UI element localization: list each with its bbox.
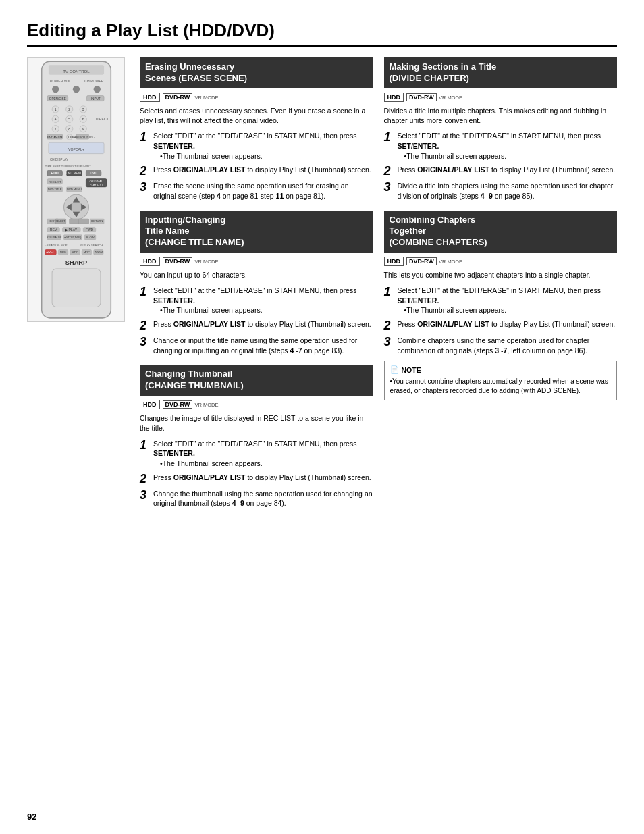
svg-point-6 [72, 86, 79, 93]
svg-text:VOPCAL+: VOPCAL+ [68, 147, 84, 151]
step-item: 1 Select "EDIT" at the "EDIT/ERASE" in S… [140, 131, 373, 161]
hdd-badge: HDD [140, 257, 160, 266]
svg-text:PLAY LIST: PLAY LIST [89, 183, 103, 186]
svg-text:6: 6 [82, 117, 84, 121]
vr-mode-badge: VR MODE [194, 95, 218, 101]
change-title-desc: You can input up to 64 characters. [140, 270, 373, 280]
erase-scene-steps: 1 Select "EDIT" at the "EDIT/ERASE" in S… [140, 131, 373, 201]
step-item: 2 Press ORIGINAL/PLAY LIST to display Pl… [140, 319, 373, 332]
step-item: 2 Press ORIGINAL/PLAY LIST to display Pl… [140, 473, 373, 485]
svg-text:ZOOM: ZOOM [94, 251, 103, 254]
svg-text:8: 8 [68, 127, 70, 131]
change-thumbnail-badges: HDD DVD-RW VR MODE [140, 400, 373, 409]
step-item: 3 Combine chapters using the same operat… [384, 336, 618, 355]
step-item: 3 Change or input the title name using t… [140, 336, 373, 355]
svg-text:7: 7 [54, 127, 56, 131]
svg-text:TIME SHIFT DUBBING T.RLP INPUT: TIME SHIFT DUBBING T.RLP INPUT [45, 165, 91, 168]
svg-text:SELECT: SELECT [55, 220, 65, 223]
svg-text:HDD: HDD [51, 171, 58, 175]
divide-chapter-steps: 1 Select "EDIT" at the "EDIT/ERASE" in S… [384, 131, 618, 201]
step-item: 2 Press ORIGINAL/PLAY LIST to display Pl… [384, 165, 618, 177]
svg-text:●REC: ●REC [46, 250, 55, 254]
svg-text:+8 FADV 8+    SKIP: +8 FADV 8+ SKIP [45, 244, 67, 247]
dvdrw-badge: DVD-RW [163, 257, 193, 265]
svg-text:DVD MENU: DVD MENU [66, 188, 81, 191]
step-item: 1 Select "EDIT" at the "EDIT/ERASE" in S… [384, 131, 618, 161]
dvdrw-badge: DVD-RW [163, 93, 193, 101]
divide-chapter-badges: HDD DVD-RW VR MODE [384, 93, 618, 102]
svg-rect-68 [69, 219, 79, 224]
svg-text:CMT MENU: CMT MENU [65, 172, 82, 175]
svg-text:FWD: FWD [85, 228, 93, 232]
note-text: •You cannot combine chapters automatical… [390, 377, 612, 396]
svg-text:POWER VOL: POWER VOL [50, 79, 71, 83]
svg-text:4: 4 [54, 117, 56, 121]
vr-mode-badge: VR MODE [439, 259, 462, 265]
erase-scene-desc: Selects and erases unnecessary scenes. E… [140, 106, 373, 126]
step-item: 2 Press ORIGINAL/PLAY LIST to display Pl… [384, 319, 618, 332]
combine-chapters-steps: 1 Select "EDIT" at the "EDIT/ERASE" in S… [384, 286, 618, 355]
erase-scene-section: Erasing Unnecessary Scenes (ERASE SCENE)… [140, 57, 373, 201]
svg-text:REC LIST: REC LIST [48, 180, 61, 184]
change-thumbnail-header: Changing Thumbnail (CHANGE THUMBNAIL) [140, 365, 373, 396]
combine-chapters-section: Combining Chapters Together (COMBINE CHA… [384, 211, 618, 401]
svg-text:▶PLAY: ▶PLAY [65, 228, 77, 232]
svg-text:■STOP(JWE): ■STOP(JWE) [64, 236, 82, 239]
svg-rect-69 [78, 219, 88, 224]
erase-scene-badges: HDD DVD-RW VR MODE [140, 93, 373, 102]
svg-text:SLOW: SLOW [86, 236, 94, 239]
vr-mode-badge: VR MODE [439, 95, 462, 101]
erase-scene-header: Erasing Unnecessary Scenes (ERASE SCENE) [140, 57, 373, 88]
step-item: 2 Press ORIGINAL/PLAY LIST to display Pl… [140, 165, 373, 177]
svg-text:5: 5 [68, 117, 70, 121]
left-content-column: Erasing Unnecessary Scenes (ERASE SCENE)… [140, 57, 373, 518]
combine-chapters-desc: This lets you combine two adjacent chapt… [384, 270, 618, 280]
note-box: 📄 NOTE •You cannot combine chapters auto… [384, 361, 618, 400]
svg-text:RETURN: RETURN [91, 219, 103, 223]
svg-text:SHARP: SHARP [65, 259, 86, 266]
svg-text:2: 2 [68, 107, 70, 111]
svg-text:MDC: MDC [72, 251, 78, 254]
svg-point-57 [70, 201, 81, 212]
svg-text:OPEN/EISE: OPEN/EISE [49, 97, 65, 101]
svg-text:DVD TITLE: DVD TITLE [47, 188, 61, 191]
remote-image: TV CONTROL POWER VOL CH POWER OPEN/EISE … [27, 57, 125, 322]
remote-control-column: TV CONTROL POWER VOL CH POWER OPEN/EISE … [27, 57, 132, 518]
svg-text:REV: REV [49, 228, 57, 232]
svg-text:MDC: MDC [83, 251, 89, 254]
svg-text:DVD: DVD [90, 171, 97, 175]
svg-text:NRG: NRG [59, 251, 65, 254]
step-item: 3 Erase the scene using the same operati… [140, 181, 373, 201]
change-title-steps: 1 Select "EDIT" at the "EDIT/ERASE" in S… [140, 286, 373, 355]
svg-text:CH POWER: CH POWER [84, 79, 103, 83]
combine-chapters-badges: HDD DVD-RW VR MODE [384, 257, 618, 266]
svg-text:REPLAY SEARCH: REPLAY SEARCH [80, 244, 103, 247]
svg-text:STILL/PAUSE: STILL/PAUSE [46, 236, 61, 239]
page-title: Editing a Play List (HDD/DVD) [27, 20, 617, 47]
svg-point-5 [52, 86, 59, 93]
step-item: 3 Change the thumbnail using the same op… [140, 489, 373, 509]
change-title-badges: HDD DVD-RW VR MODE [140, 257, 373, 266]
combine-chapters-header: Combining Chapters Together (COMBINE CHA… [384, 211, 618, 253]
step-item: 1 Select "EDIT" at the "EDIT/ERASE" in S… [140, 439, 373, 469]
svg-text:ENT/AM/FM: ENT/AM/FM [47, 136, 62, 139]
divide-chapter-desc: Divides a title into multiple chapters. … [384, 106, 618, 126]
hdd-badge: HDD [384, 93, 404, 102]
step-item: 1 Select "EDIT" at the "EDIT/ERASE" in S… [140, 286, 373, 315]
svg-text:1: 1 [54, 107, 56, 111]
hdd-badge: HDD [140, 400, 160, 409]
change-thumbnail-steps: 1 Select "EDIT" at the "EDIT/ERASE" in S… [140, 439, 373, 509]
change-title-header: Inputting/Changing Title Name (CHANGE TI… [140, 211, 373, 253]
hdd-badge: HDD [140, 93, 160, 102]
vr-mode-badge: VR MODE [194, 402, 218, 408]
dvdrw-badge: DVD-RW [163, 400, 193, 409]
svg-text:9: 9 [82, 127, 84, 131]
svg-text:CH DISPLAY: CH DISPLAY [50, 158, 68, 161]
svg-text:DIRECT: DIRECT [95, 117, 109, 121]
svg-text:INPUT: INPUT [90, 97, 100, 101]
svg-text:3: 3 [82, 107, 84, 111]
svg-point-7 [93, 86, 100, 93]
note-title-text: NOTE [402, 366, 421, 374]
svg-text:TV CONTROL: TV CONTROL [63, 69, 90, 74]
remote-svg: TV CONTROL POWER VOL CH POWER OPEN/EISE … [32, 58, 120, 321]
